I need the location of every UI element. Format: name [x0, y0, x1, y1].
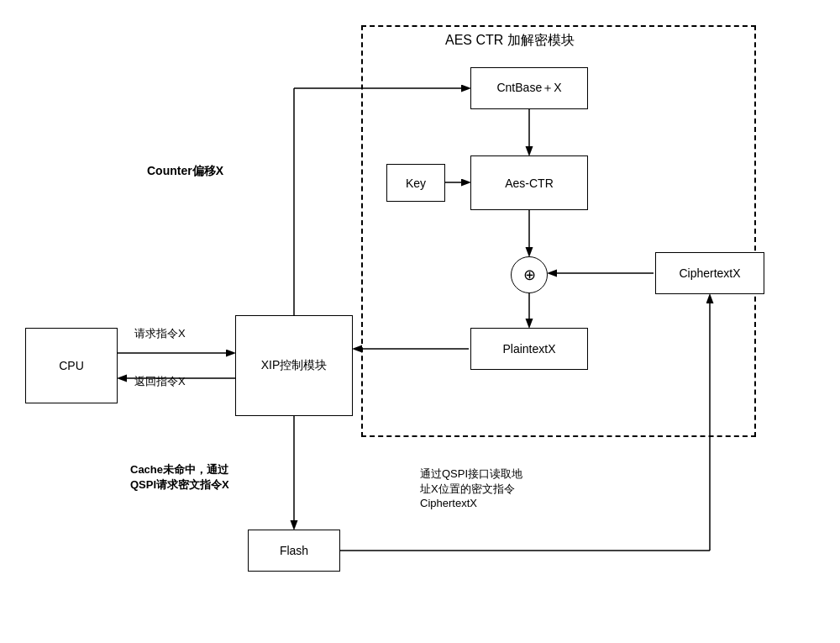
- key-label: Key: [406, 177, 426, 190]
- cntbase-box: CntBase＋X: [470, 67, 588, 109]
- counter-offset-label: Counter偏移X: [147, 164, 223, 179]
- qspi-read-label: 通过QSPI接口读取地 址X位置的密文指令 CiphertextX: [420, 454, 522, 509]
- counter-offset-text: Counter偏移X: [147, 164, 223, 177]
- xip-label: XIP控制模块: [261, 358, 328, 373]
- request-label: 请求指令X: [134, 326, 186, 341]
- xip-box: XIP控制模块: [235, 315, 353, 416]
- plaintext-label: PlaintextX: [502, 342, 555, 356]
- xor-symbol: ⊕: [511, 256, 548, 293]
- key-box: Key: [386, 164, 445, 202]
- request-text: 请求指令X: [134, 327, 186, 340]
- cntbase-label: CntBase＋X: [496, 81, 561, 96]
- aes-ctr-title: AES CTR 加解密模块: [445, 32, 575, 50]
- qspi-read-text: 通过QSPI接口读取地 址X位置的密文指令 CiphertextX: [420, 467, 522, 509]
- response-text: 返回指令X: [134, 375, 186, 387]
- flash-box: Flash: [248, 530, 340, 572]
- flash-label: Flash: [280, 544, 308, 557]
- cpu-box: CPU: [25, 328, 118, 403]
- cache-miss-label: Cache未命中，通过 QSPI请求密文指令X: [130, 450, 229, 493]
- ciphertext-box: CiphertextX: [655, 252, 764, 294]
- xor-icon: ⊕: [523, 266, 536, 284]
- ciphertext-label: CiphertextX: [679, 266, 740, 280]
- cache-miss-text: Cache未命中，通过 QSPI请求密文指令X: [130, 463, 229, 491]
- response-label: 返回指令X: [134, 374, 186, 389]
- aesctr-box: Aes-CTR: [470, 155, 588, 210]
- aesctr-label: Aes-CTR: [505, 177, 554, 190]
- plaintext-box: PlaintextX: [470, 328, 588, 370]
- cpu-label: CPU: [59, 359, 84, 372]
- diagram-container: AES CTR 加解密模块 CPU XIP控制模块 CntBase＋X Key …: [0, 0, 840, 643]
